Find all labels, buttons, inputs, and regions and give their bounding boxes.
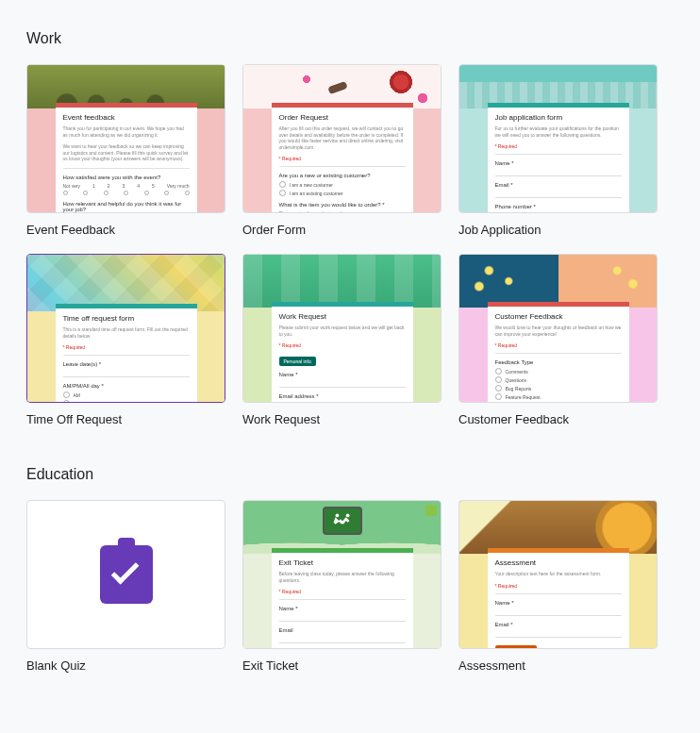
- thumbnail: Exit Ticket Before leaving class today, …: [242, 500, 442, 649]
- svg-point-0: [335, 514, 339, 518]
- radio-option: I am a new customer: [279, 181, 406, 188]
- question: Email address *: [279, 393, 406, 399]
- required-label: * Required: [495, 342, 622, 348]
- form-desc2: We want to hear your feedback so we can …: [63, 143, 190, 162]
- thumbnail: Order Request After you fill out this or…: [242, 64, 442, 213]
- template-card-assessment[interactable]: Assessment Your description text here fo…: [458, 500, 658, 673]
- required-label: * Required: [279, 156, 406, 161]
- radio-option: I am an existing customer: [279, 190, 406, 196]
- quiz-clipboard-icon: [100, 545, 153, 604]
- card-label: Event Feedback: [26, 223, 225, 237]
- question: Email: [279, 627, 406, 633]
- form-desc: Your description text here for the asses…: [495, 571, 622, 577]
- template-card-job-application[interactable]: Job application form For us to further e…: [458, 64, 658, 237]
- question: How satisfied were you with the event?: [63, 175, 190, 180]
- card-label: Assessment: [458, 658, 658, 673]
- radio-option: AM: [63, 391, 190, 398]
- card-label: Work Request: [242, 412, 442, 426]
- thumbnail: Work Request Please submit your work req…: [242, 254, 442, 403]
- card-label: Job Application: [458, 223, 658, 237]
- form-desc: Please submit your work request below an…: [279, 325, 406, 337]
- thumbnail: Customer Feedback We would love to hear …: [458, 254, 658, 403]
- form-title: Customer Feedback: [495, 312, 622, 321]
- template-card-time-off-request[interactable]: Time off request form This is a standard…: [26, 254, 225, 426]
- template-card-order-form[interactable]: Order Request After you fill out this or…: [242, 64, 442, 237]
- question: Name *: [279, 372, 406, 377]
- required-label: * Required: [495, 583, 622, 589]
- form-title: Job application form: [495, 113, 622, 122]
- question: Phone number *: [495, 204, 622, 209]
- question: What is the item you would like to order…: [279, 202, 406, 208]
- radio-option: PM: [63, 400, 190, 403]
- question: Email *: [495, 622, 622, 627]
- required-label: * Required: [279, 342, 406, 348]
- form-desc: Thank you for participating in our event…: [63, 125, 190, 138]
- card-label: Order Form: [242, 223, 442, 237]
- template-card-blank-quiz[interactable]: Blank Quiz: [26, 500, 225, 673]
- pencil-icon: [425, 505, 437, 516]
- form-desc: After you fill out this order request, w…: [279, 125, 406, 150]
- required-label: * Required: [63, 344, 190, 350]
- form-title: Exit Ticket: [279, 558, 406, 567]
- form-desc: This is a standard time off request form…: [63, 326, 190, 339]
- hint: Please enter the product number: [279, 210, 406, 213]
- section-header-education: Education: [26, 466, 674, 483]
- form-title: Event feedback: [63, 113, 190, 122]
- question: Are you a new or existing customer?: [279, 173, 406, 178]
- question: Feedback Type: [495, 359, 622, 365]
- thumbnail: Time off request form This is a standard…: [26, 254, 225, 403]
- question: Email *: [495, 182, 622, 188]
- scale-high: Very much: [167, 183, 190, 189]
- form-title: Assessment: [495, 558, 622, 567]
- radio-option: Comments: [495, 368, 622, 375]
- work-grid: Event feedback Thank you for participati…: [26, 64, 674, 426]
- template-card-event-feedback[interactable]: Event feedback Thank you for participati…: [26, 64, 225, 237]
- card-label: Customer Feedback: [458, 412, 658, 426]
- question: Leave date(s) *: [63, 361, 190, 367]
- required-label: * Required: [279, 589, 406, 594]
- form-title: Order Request: [279, 113, 406, 122]
- section-chip: Personal info: [279, 357, 316, 366]
- form-desc: Before leaving class today, please answe…: [279, 571, 406, 583]
- card-label: Exit Ticket: [242, 658, 442, 673]
- form-desc: We would love to hear your thoughts or f…: [495, 325, 622, 337]
- template-card-customer-feedback[interactable]: Customer Feedback We would love to hear …: [458, 254, 658, 426]
- exit-sign-icon: [323, 507, 362, 535]
- card-label: Time Off Request: [26, 412, 225, 426]
- form-title: Time off request form: [63, 314, 190, 323]
- form-desc: For us to further evaluate your qualific…: [495, 125, 622, 138]
- thumbnail: Assessment Your description text here fo…: [458, 500, 658, 649]
- section-chip: Quiz Questions: [495, 645, 537, 650]
- template-card-exit-ticket[interactable]: Exit Ticket Before leaving class today, …: [242, 500, 442, 673]
- scale-low: Not very: [63, 183, 81, 189]
- card-label: Blank Quiz: [26, 658, 225, 673]
- question: Name *: [279, 606, 406, 611]
- svg-point-1: [345, 514, 349, 518]
- radio-option: Bug Reports: [495, 385, 622, 391]
- template-card-work-request[interactable]: Work Request Please submit your work req…: [242, 254, 442, 426]
- question: AM/PM/All day *: [63, 383, 190, 389]
- radio-option: Questions: [495, 376, 622, 383]
- form-title: Work Request: [279, 312, 406, 321]
- required-label: * Required: [495, 143, 622, 149]
- question: Name *: [495, 160, 622, 166]
- thumbnail: [26, 500, 225, 649]
- thumbnail: Event feedback Thank you for participati…: [26, 64, 225, 213]
- radio-option: Feature Request: [495, 393, 622, 400]
- section-header-work: Work: [26, 30, 674, 47]
- question: How relevant and helpful do you think it…: [63, 201, 190, 212]
- education-grid: Blank Quiz Exit Ticket Before leaving cl…: [26, 500, 674, 673]
- question: Name *: [495, 600, 622, 606]
- thumbnail: Job application form For us to further e…: [458, 64, 658, 213]
